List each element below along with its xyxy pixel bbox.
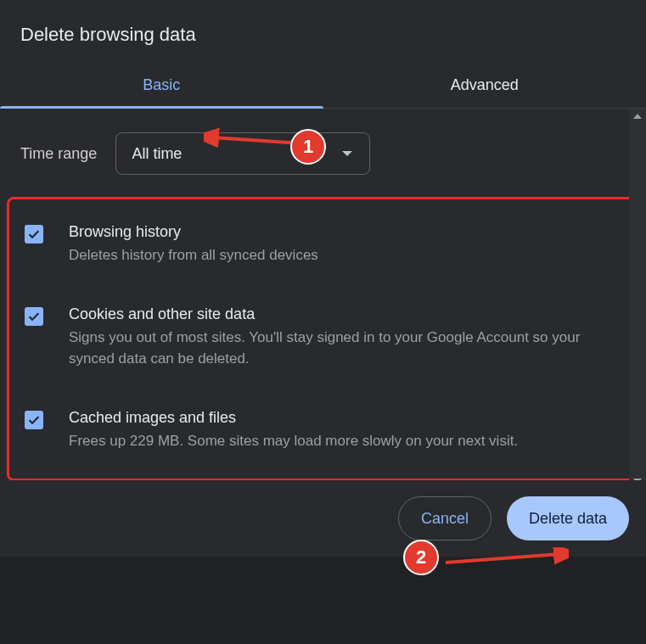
- delete-data-button[interactable]: Delete data: [507, 496, 629, 540]
- option-title: Cookies and other site data: [69, 305, 621, 323]
- option-desc: Frees up 229 MB. Some sites may load mor…: [69, 430, 518, 452]
- time-range-dropdown[interactable]: All time: [115, 132, 370, 175]
- caret-down-icon: [342, 151, 352, 156]
- delete-browsing-data-dialog: Delete browsing data Basic Advanced Time…: [0, 0, 646, 644]
- option-text: Browsing history Deletes history from al…: [69, 223, 318, 266]
- tab-basic[interactable]: Basic: [0, 66, 323, 108]
- option-desc: Deletes history from all synced devices: [69, 244, 318, 266]
- checkbox-cookies[interactable]: [25, 307, 43, 326]
- annotation-highlight-box: Browsing history Deletes history from al…: [7, 197, 639, 481]
- checkmark-icon: [27, 413, 41, 427]
- dialog-title: Delete browsing data: [0, 0, 646, 66]
- option-cached[interactable]: Cached images and files Frees up 229 MB.…: [21, 397, 625, 464]
- dialog-footer: Cancel Delete data: [0, 480, 646, 557]
- option-title: Browsing history: [69, 223, 318, 241]
- option-text: Cached images and files Frees up 229 MB.…: [69, 409, 518, 452]
- time-range-value: All time: [132, 145, 182, 163]
- scrollbar[interactable]: [629, 109, 646, 489]
- option-desc: Signs you out of most sites. You'll stay…: [69, 327, 621, 370]
- option-text: Cookies and other site data Signs you ou…: [69, 305, 621, 370]
- time-range-row: Time range All time: [17, 109, 629, 193]
- cancel-button[interactable]: Cancel: [398, 496, 492, 540]
- checkbox-cached[interactable]: [25, 411, 43, 429]
- option-title: Cached images and files: [69, 409, 518, 427]
- checkmark-icon: [27, 227, 41, 241]
- time-range-label: Time range: [20, 145, 97, 163]
- dialog-body: Time range All time Browsing history Del…: [0, 109, 646, 489]
- scroll-up-button[interactable]: [629, 109, 646, 124]
- tab-advanced[interactable]: Advanced: [323, 66, 647, 108]
- backdrop: [0, 557, 646, 644]
- checkmark-icon: [27, 310, 41, 323]
- option-cookies[interactable]: Cookies and other site data Signs you ou…: [21, 294, 625, 382]
- checkbox-browsing-history[interactable]: [25, 225, 43, 244]
- option-browsing-history[interactable]: Browsing history Deletes history from al…: [21, 211, 625, 278]
- tabs: Basic Advanced: [0, 66, 646, 109]
